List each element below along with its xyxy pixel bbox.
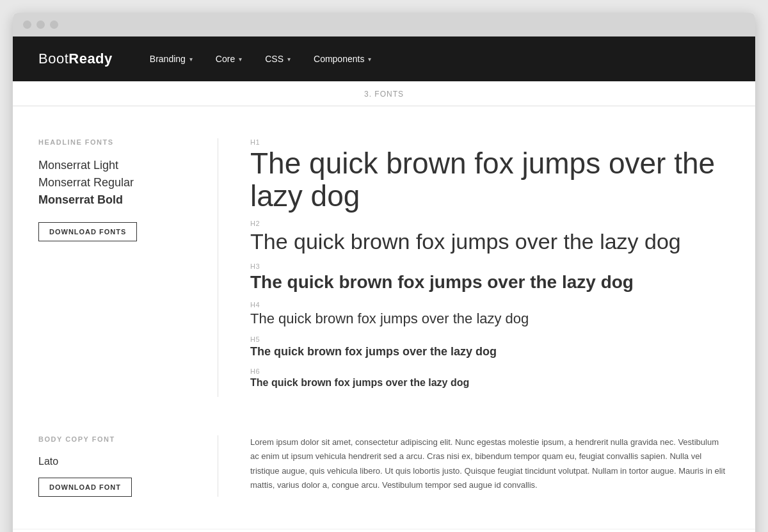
- nav-item-components[interactable]: Components ▾: [302, 36, 383, 81]
- browser-dot-yellow: [36, 20, 45, 29]
- h4-demo: The quick brown fox jumps over the lazy …: [250, 310, 730, 328]
- body-font-name: Lato: [38, 456, 192, 467]
- font-monserrat-regular: Monserrat Regular: [38, 176, 192, 189]
- download-font-button[interactable]: DOWNLOAD FONT: [38, 478, 132, 497]
- h5-demo: The quick brown fox jumps over the lazy …: [250, 344, 730, 359]
- heading-h2-row: H2 The quick brown fox jumps over the la…: [250, 220, 730, 255]
- h6-label: H6: [250, 367, 730, 375]
- h4-label: H4: [250, 301, 730, 309]
- navbar: BootReady Branding ▾ Core ▾ CSS ▾ Compon…: [13, 36, 755, 81]
- body-divider: [218, 435, 218, 497]
- page-footer: BACK TO TOP: [13, 529, 755, 532]
- heading-h3-row: H3 The quick brown fox jumps over the la…: [250, 262, 730, 293]
- heading-h6-row: H6 The quick brown fox jumps over the la…: [250, 367, 730, 390]
- font-monserrat-bold: Monserrat Bold: [38, 193, 192, 207]
- nav-item-branding[interactable]: Branding ▾: [138, 36, 204, 81]
- chevron-down-icon: ▾: [189, 56, 193, 63]
- body-text-area: Lorem ipsum dolor sit amet, consectetur …: [250, 435, 730, 497]
- h2-demo: The quick brown fox jumps over the lazy …: [250, 229, 730, 255]
- chevron-down-icon: ▾: [368, 56, 371, 63]
- h5-label: H5: [250, 335, 730, 343]
- font-showcase: H1 The quick brown fox jumps over the la…: [250, 138, 730, 397]
- heading-h5-row: H5 The quick brown fox jumps over the la…: [250, 335, 730, 359]
- navbar-nav: Branding ▾ Core ▾ CSS ▾ Components ▾: [138, 36, 383, 81]
- breadcrumb: 3. FONTS: [13, 81, 755, 106]
- brand-bold: Ready: [68, 51, 113, 67]
- heading-h4-row: H4 The quick brown fox jumps over the la…: [250, 301, 730, 328]
- browser-dot-red: [23, 20, 31, 29]
- breadcrumb-text: 3. FONTS: [364, 90, 404, 99]
- h3-demo: The quick brown fox jumps over the lazy …: [250, 271, 730, 293]
- brand-light: Boot: [38, 51, 68, 67]
- h6-demo: The quick brown fox jumps over the lazy …: [250, 376, 730, 390]
- body-paragraph: Lorem ipsum dolor sit amet, consectetur …: [250, 435, 730, 492]
- main-content: HEADLINE FONTS Monserrat Light Monserrat…: [13, 106, 755, 529]
- nav-item-css[interactable]: CSS ▾: [253, 36, 302, 81]
- heading-h1-row: H1 The quick brown fox jumps over the la…: [250, 138, 730, 212]
- section-divider: [218, 138, 218, 397]
- body-sidebar: BODY COPY FONT Lato DOWNLOAD FONT: [38, 435, 218, 497]
- h2-label: H2: [250, 220, 730, 227]
- body-copy-label: BODY COPY FONT: [38, 435, 192, 443]
- nav-item-core[interactable]: Core ▾: [204, 36, 253, 81]
- font-monserrat-light: Monserrat Light: [38, 159, 192, 172]
- headline-sidebar: HEADLINE FONTS Monserrat Light Monserrat…: [38, 138, 218, 397]
- browser-dot-green: [50, 20, 58, 29]
- headline-fonts-label: HEADLINE FONTS: [38, 138, 192, 146]
- h1-label: H1: [250, 138, 730, 146]
- chevron-down-icon: ▾: [239, 56, 242, 63]
- headline-fonts-section: HEADLINE FONTS Monserrat Light Monserrat…: [38, 138, 730, 397]
- download-fonts-button[interactable]: DOWNLOAD FONTS: [38, 222, 137, 241]
- body-copy-section: BODY COPY FONT Lato DOWNLOAD FONT Lorem …: [38, 435, 730, 497]
- browser-window: BootReady Branding ▾ Core ▾ CSS ▾ Compon…: [13, 13, 755, 532]
- h3-label: H3: [250, 262, 730, 270]
- chevron-down-icon: ▾: [287, 56, 291, 63]
- browser-chrome: [13, 13, 755, 36]
- h1-demo: The quick brown fox jumps over the lazy …: [250, 147, 730, 212]
- navbar-brand[interactable]: BootReady: [38, 51, 113, 67]
